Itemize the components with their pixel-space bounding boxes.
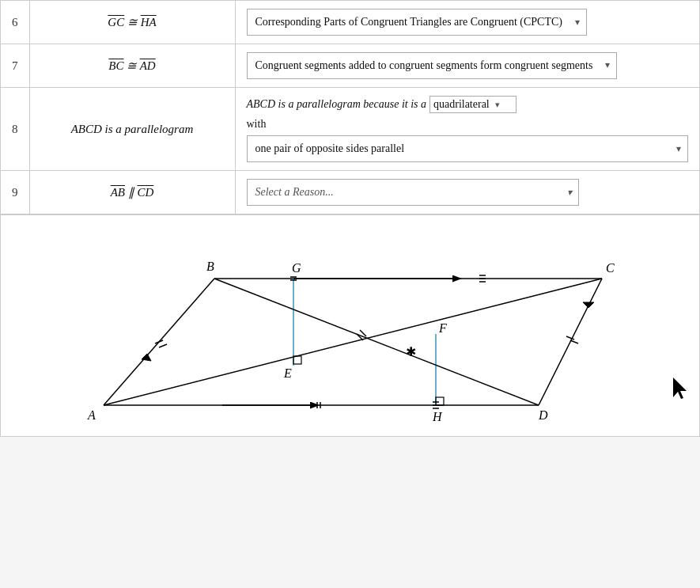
diagram-row: ✱ A B C D G H E F [1, 214, 700, 437]
row-number-6: 6 [1, 1, 30, 44]
reason-line1-8: ABCD is a parallelogram because it is a … [247, 96, 689, 113]
svg-line-2 [539, 279, 602, 405]
svg-text:F: F [438, 321, 447, 335]
svg-text:D: D [538, 408, 548, 422]
svg-line-13 [570, 340, 578, 343]
svg-marker-12 [142, 354, 151, 361]
reason-prefix-8: ABCD is a parallelogram because it is a [247, 98, 427, 111]
statement-6: GC ≅ HA [29, 1, 235, 44]
svg-marker-39 [673, 377, 687, 399]
chevron-icon-8a: ▾ [495, 100, 500, 109]
reason-text-6: Corresponding Parts of Congruent Triangl… [255, 16, 562, 28]
reason-dropdown-7[interactable]: Congruent segments added to congruent se… [247, 52, 618, 79]
svg-text:G: G [292, 261, 301, 275]
table-row: 7 BC ≅ AD Congruent segments added to co… [1, 44, 700, 88]
reason-cell-6: Corresponding Parts of Congruent Triangl… [235, 1, 700, 44]
reason-dropdown2-8[interactable]: one pair of opposite sides parallel ▾ [247, 135, 689, 162]
reason-dropdown2-text: one pair of opposite sides parallel [255, 142, 405, 154]
reason-dropdown-6[interactable]: Corresponding Parts of Congruent Triangl… [247, 9, 587, 36]
reason-text-9: Select a Reason... [255, 186, 334, 198]
row-number-7: 7 [1, 44, 30, 88]
svg-text:E: E [283, 366, 292, 380]
table-row: 8 ABCD is a parallelogram ABCD is a para… [1, 88, 700, 171]
svg-text:C: C [606, 261, 615, 275]
row-number-8: 8 [1, 88, 30, 171]
svg-line-6 [104, 279, 602, 405]
chevron-icon-8b: ▾ [676, 143, 681, 155]
reason-select-9[interactable]: Select a Reason... ▾ [247, 179, 579, 206]
svg-rect-29 [436, 397, 444, 405]
svg-line-10 [155, 340, 163, 343]
reason-cell-7: Congruent segments added to congruent se… [235, 44, 700, 88]
reason-select1-8[interactable]: quadrilateral ▾ [429, 96, 516, 113]
diagram-cell: ✱ A B C D G H E F [1, 214, 700, 437]
chevron-icon-9: ▾ [567, 187, 572, 199]
svg-text:✱: ✱ [406, 345, 416, 358]
geometry-diagram: ✱ A B C D G H E F [1, 214, 699, 436]
reason-text-7: Congruent segments added to congruent se… [255, 59, 593, 71]
chevron-icon-6: ▾ [575, 17, 580, 28]
table-row: 6 GC ≅ HA Corresponding Parts of Congrue… [1, 1, 700, 44]
svg-text:B: B [206, 260, 214, 273]
svg-text:H: H [432, 410, 443, 423]
row-number-9: 9 [1, 171, 30, 214]
reason-with-8: with [247, 118, 689, 131]
proof-table: 6 GC ≅ HA Corresponding Parts of Congrue… [0, 0, 700, 437]
reason-complex-8: ABCD is a parallelogram because it is a … [247, 96, 689, 162]
chevron-icon-7: ▾ [605, 59, 610, 71]
svg-rect-28 [293, 356, 301, 364]
reason-cell-9: Select a Reason... ▾ [235, 171, 700, 214]
svg-text:A: A [87, 408, 96, 422]
diagram-svg: ✱ A B C D G H E F [48, 223, 697, 437]
select1-value: quadrilateral [433, 98, 490, 110]
table-row: 9 AB ∥ CD Select a Reason... ▾ [1, 171, 700, 214]
svg-marker-15 [583, 302, 594, 308]
svg-line-7 [214, 279, 539, 405]
statement-8: ABCD is a parallelogram [29, 88, 235, 171]
statement-9: AB ∥ CD [29, 171, 235, 214]
reason-cell-8: ABCD is a parallelogram because it is a … [235, 88, 700, 171]
statement-7: BC ≅ AD [29, 44, 235, 88]
svg-line-11 [159, 344, 167, 347]
